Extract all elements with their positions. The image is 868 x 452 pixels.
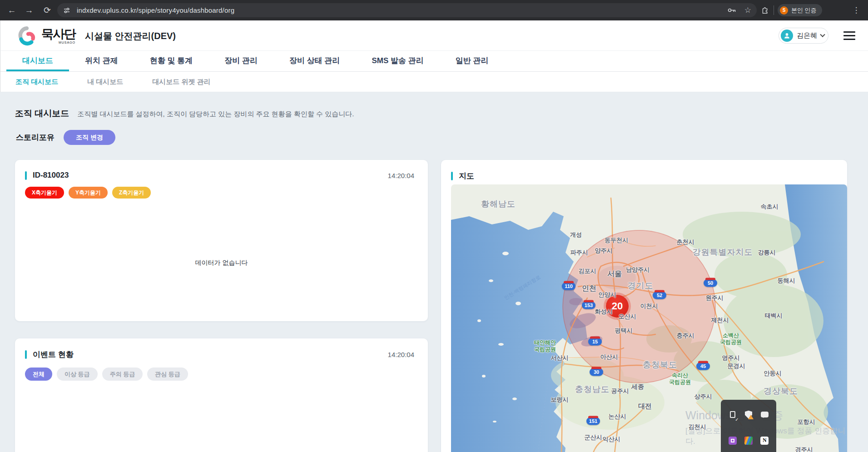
page-title: 조직 대시보드	[15, 108, 69, 119]
device-tags: X축기울기Y축기울기Z축기울기	[15, 180, 428, 199]
page-content: 조직 대시보드 조직별 대시보드를 설정하여, 조직이 담당하고 있는 장비의 …	[0, 92, 868, 452]
map-card-title: 지도	[459, 171, 474, 181]
app-header: 묵사단 MUSAGO 시설물 안전관리(DEV) 김은혜	[0, 20, 868, 51]
profile-avatar: S	[780, 6, 788, 15]
event-filter-0[interactable]: 전체	[25, 368, 52, 381]
road-shield-151: 151	[586, 417, 600, 425]
device-card-title: ID-810023	[33, 171, 69, 180]
user-name: 김은혜	[797, 31, 817, 40]
change-org-button[interactable]: 조직 변경	[64, 130, 115, 145]
profile-label: 본인 인증	[791, 6, 817, 15]
user-avatar-icon	[781, 30, 793, 42]
hamburger-menu-icon[interactable]	[843, 31, 855, 42]
event-filter-1[interactable]: 이상 등급	[57, 368, 98, 381]
device-tag-0[interactable]: X축기울기	[25, 187, 64, 199]
main-tab-4[interactable]: 장비 상태 관리	[273, 51, 356, 71]
browser-forward-icon[interactable]: →	[21, 0, 37, 20]
map-area[interactable]: 인천-백령페리항로 20 Windows 정품 인증 [설정]으로 이동하여 W…	[451, 184, 847, 452]
usb-device-icon[interactable]	[728, 410, 738, 420]
password-key-icon[interactable]	[728, 7, 736, 13]
event-filters: 전체이상 등급주의 등급관심 등급	[15, 360, 428, 381]
sub-tab-0[interactable]: 조직 대시보드	[15, 78, 58, 86]
browser-back-icon[interactable]: ←	[4, 0, 20, 20]
main-tab-5[interactable]: SMS 발송 관리	[356, 51, 439, 71]
map-card: 지도	[441, 160, 847, 452]
bookmark-star-icon[interactable]: ☆	[744, 5, 751, 15]
browser-reload-icon[interactable]: ⟳	[39, 0, 55, 20]
card-accent-bar	[25, 350, 27, 359]
logo-swirl-icon	[17, 25, 38, 46]
road-shield-45: 45	[696, 363, 710, 370]
main-tab-2[interactable]: 현황 및 통계	[134, 51, 208, 71]
card-accent-bar	[451, 172, 453, 180]
sub-tabs: 조직 대시보드내 대시보드대시보드 위젯 관리	[0, 72, 868, 92]
purple-app-icon[interactable]	[728, 436, 738, 446]
user-menu[interactable]: 김은혜	[779, 28, 828, 44]
logo-text: 묵사단	[41, 28, 75, 40]
road-shield-30: 30	[590, 368, 603, 376]
defender-shield-icon[interactable]	[744, 410, 754, 420]
notion-icon[interactable]: N	[759, 436, 769, 446]
sub-tab-2[interactable]: 대시보드 위젯 관리	[152, 78, 210, 86]
browser-profile-chip[interactable]: S 본인 인증	[778, 4, 822, 16]
app-title: 시설물 안전관리(DEV)	[85, 30, 176, 42]
road-shield-15: 15	[588, 338, 602, 346]
browser-toolbar: ← → ⟳ indxdev.uplus.co.kr/spipe/story4yo…	[0, 0, 868, 20]
device-tag-1[interactable]: Y축기울기	[69, 187, 108, 199]
org-name: 스토리포유	[16, 132, 55, 143]
event-card-timestamp: 14:20:04	[388, 351, 414, 358]
card-accent-bar	[25, 171, 27, 180]
system-tray-popup: N ♨	[721, 400, 776, 452]
empty-data-message: 데이터가 없습니다	[15, 259, 428, 267]
road-shield-50: 50	[704, 279, 717, 287]
map-terrain	[451, 184, 847, 452]
event-filter-2[interactable]: 주의 등급	[102, 368, 143, 381]
stripes-app-icon[interactable]	[744, 436, 754, 446]
site-info-icon[interactable]	[63, 7, 70, 14]
chat-bubble-icon[interactable]	[759, 410, 769, 420]
main-tab-0[interactable]: 대시보드	[6, 51, 69, 71]
event-status-card: 이벤트 현황 14:20:04 전체이상 등급주의 등급관심 등급	[15, 338, 428, 452]
event-filter-3[interactable]: 관심 등급	[147, 368, 188, 381]
toolbar-divider	[774, 5, 774, 15]
extensions-icon[interactable]	[757, 0, 773, 20]
main-tabs: 대시보드위치 관제현황 및 통계장비 관리장비 상태 관리SMS 발송 관리일반…	[0, 51, 868, 72]
main-tab-6[interactable]: 일반 관리	[440, 51, 505, 71]
road-shield-52: 52	[653, 292, 666, 299]
main-tab-3[interactable]: 장비 관리	[208, 51, 273, 71]
chevron-down-icon	[820, 32, 825, 37]
main-tab-1[interactable]: 위치 관제	[69, 51, 134, 71]
road-shield-110: 110	[562, 283, 575, 290]
sub-tab-1[interactable]: 내 대시보드	[87, 78, 123, 86]
page-description: 조직별 대시보드를 설정하여, 조직이 담당하고 있는 장비의 주요 현황을 확…	[77, 110, 354, 119]
road-shield-153: 153	[582, 302, 595, 309]
url-text: indxdev.uplus.co.kr/spipe/story4you/dash…	[77, 6, 234, 14]
address-bar[interactable]: indxdev.uplus.co.kr/spipe/story4you/dash…	[57, 3, 757, 17]
device-tag-2[interactable]: Z축기울기	[112, 187, 151, 199]
event-card-title: 이벤트 현황	[33, 349, 74, 360]
device-card-timestamp: 14:20:04	[388, 172, 414, 179]
app-logo[interactable]: 묵사단 MUSAGO	[17, 25, 75, 46]
browser-menu-icon[interactable]: ⋮	[849, 0, 863, 20]
logo-caption: MUSAGO	[41, 41, 75, 44]
device-widget-card: ID-810023 14:20:04 X축기울기Y축기울기Z축기울기 데이터가 …	[15, 160, 428, 321]
map-cluster-marker[interactable]: 20	[606, 295, 629, 318]
